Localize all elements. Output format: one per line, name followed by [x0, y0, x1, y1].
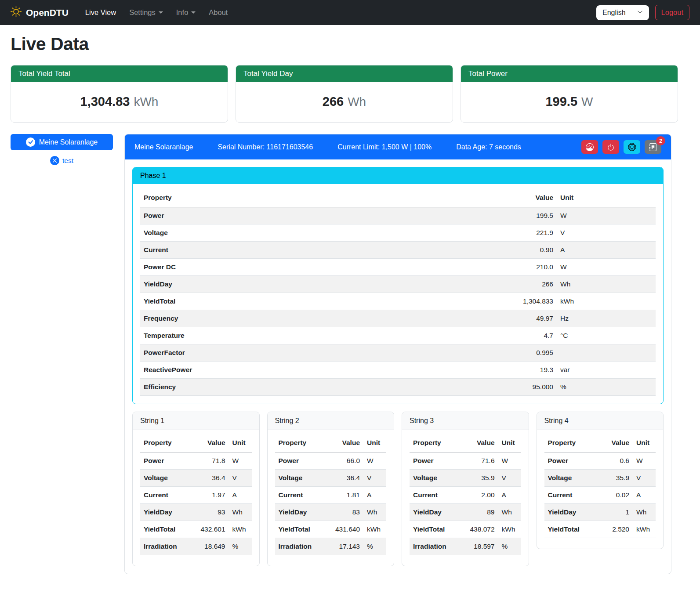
- row-value: 221.9: [504, 224, 557, 242]
- row-property: Irradiation: [140, 538, 195, 555]
- language-select[interactable]: English: [596, 5, 649, 20]
- summary-card-unit: Wh: [348, 95, 366, 109]
- row-value: 0.90: [504, 242, 557, 259]
- nav-item-about[interactable]: About: [203, 5, 233, 20]
- row-value: 89: [464, 504, 498, 521]
- row-value: 2.00: [464, 487, 498, 504]
- row-value: 199.5: [504, 207, 557, 224]
- row-unit: A: [633, 487, 656, 504]
- summary-card-body: 199.5W: [461, 82, 678, 122]
- summary-card: Total Yield Day266Wh: [236, 65, 453, 123]
- table-row: Voltage221.9V: [140, 224, 656, 242]
- row-unit: kWh: [633, 521, 656, 538]
- row-property: Irradiation: [410, 538, 464, 555]
- row-unit: [557, 344, 656, 362]
- row-unit: kWh: [498, 521, 521, 538]
- table-row: Power66.0W: [275, 452, 387, 470]
- table-row: Current0.90A: [140, 242, 656, 259]
- col-unit: Unit: [363, 434, 386, 452]
- inverter-select-link[interactable]: test: [11, 156, 113, 165]
- string-table: PropertyValueUnitPower71.6WVoltage35.9VC…: [410, 434, 521, 555]
- row-unit: W: [363, 452, 386, 470]
- row-unit: Wh: [633, 504, 656, 521]
- row-property: Current: [544, 487, 599, 504]
- col-unit: Unit: [633, 434, 656, 452]
- summary-card-unit: kWh: [134, 95, 158, 109]
- limit-settings-button[interactable]: [581, 140, 598, 154]
- row-property: Voltage: [140, 224, 504, 242]
- row-unit: %: [557, 379, 656, 396]
- device-info-button[interactable]: [624, 140, 640, 154]
- row-property: YieldDay: [140, 276, 504, 293]
- table-row: YieldDay93Wh: [140, 504, 252, 521]
- row-property: Voltage: [140, 470, 195, 487]
- table-header-row: Property Value Unit: [140, 188, 656, 207]
- row-value: 93: [195, 504, 229, 521]
- nav-item-info[interactable]: Info: [171, 5, 201, 20]
- row-value: 36.4: [329, 470, 363, 487]
- summary-card-value: 199.5: [545, 94, 577, 109]
- row-property: Irradiation: [275, 538, 330, 555]
- row-unit: W: [229, 452, 252, 470]
- row-value: 95.000: [504, 379, 557, 396]
- col-value: Value: [504, 188, 557, 207]
- inverter-sidebar: Meine Solaranlagetest: [11, 134, 113, 165]
- table-row: Voltage35.9V: [410, 470, 521, 487]
- row-value: 438.072: [464, 521, 498, 538]
- table-row: Power71.6W: [410, 452, 521, 470]
- row-unit: A: [229, 487, 252, 504]
- table-row: YieldDay89Wh: [410, 504, 521, 521]
- table-row: Irradiation17.143%: [275, 538, 387, 555]
- row-property: Power: [275, 452, 330, 470]
- row-unit: %: [363, 538, 386, 555]
- col-property: Property: [410, 434, 464, 452]
- table-header-row: PropertyValueUnit: [140, 434, 252, 452]
- col-property: Property: [275, 434, 330, 452]
- inverter-button-label: Meine Solaranlage: [39, 138, 98, 146]
- brand[interactable]: OpenDTU: [11, 6, 69, 19]
- row-property: ReactivePower: [140, 362, 504, 379]
- row-value: 431.640: [329, 521, 363, 538]
- nav-item-label: Settings: [129, 8, 156, 17]
- row-property: YieldTotal: [275, 521, 330, 538]
- table-row: YieldTotal2.520kWh: [544, 521, 656, 538]
- logout-button[interactable]: Logout: [655, 5, 689, 20]
- col-unit: Unit: [498, 434, 521, 452]
- inverter-name: Meine Solaranlage: [134, 143, 193, 151]
- nav-item-label: Info: [176, 8, 189, 17]
- summary-card-title: Total Yield Total: [11, 65, 228, 82]
- row-unit: Wh: [363, 504, 386, 521]
- power-settings-button[interactable]: [602, 140, 619, 154]
- nav-item-live-view[interactable]: Live View: [80, 5, 121, 20]
- table-row: YieldTotal1,304.833kWh: [140, 293, 656, 310]
- col-unit: Unit: [229, 434, 252, 452]
- inverter-select-button[interactable]: Meine Solaranlage: [11, 134, 113, 150]
- nav-links: Live ViewSettingsInfoAbout: [80, 5, 596, 20]
- table-row: Frequency49.97Hz: [140, 310, 656, 327]
- row-unit: var: [557, 362, 656, 379]
- row-unit: V: [633, 470, 656, 487]
- row-property: YieldDay: [544, 504, 599, 521]
- row-unit: Wh: [229, 504, 252, 521]
- string-card: String 3PropertyValueUnitPower71.6WVolta…: [402, 412, 529, 566]
- row-unit: °C: [557, 327, 656, 344]
- table-row: Power DC210.0W: [140, 259, 656, 276]
- row-property: Current: [410, 487, 464, 504]
- summary-card-title: Total Power: [461, 65, 678, 82]
- summary-card-body: 266Wh: [236, 82, 453, 122]
- col-value: Value: [464, 434, 498, 452]
- table-row: YieldDay1Wh: [544, 504, 656, 521]
- summary-card: Total Power199.5W: [461, 65, 678, 123]
- row-unit: W: [557, 207, 656, 224]
- data-age: Data Age: 7 seconds: [456, 143, 521, 151]
- summary-card-title: Total Yield Day: [236, 65, 453, 82]
- row-unit: %: [229, 538, 252, 555]
- row-unit: Wh: [498, 504, 521, 521]
- row-value: 66.0: [329, 452, 363, 470]
- row-property: YieldTotal: [140, 293, 504, 310]
- nav-item-settings[interactable]: Settings: [124, 5, 168, 20]
- row-unit: W: [633, 452, 656, 470]
- navbar-right: English Logout: [596, 5, 689, 20]
- row-property: Current: [275, 487, 330, 504]
- row-property: YieldDay: [410, 504, 464, 521]
